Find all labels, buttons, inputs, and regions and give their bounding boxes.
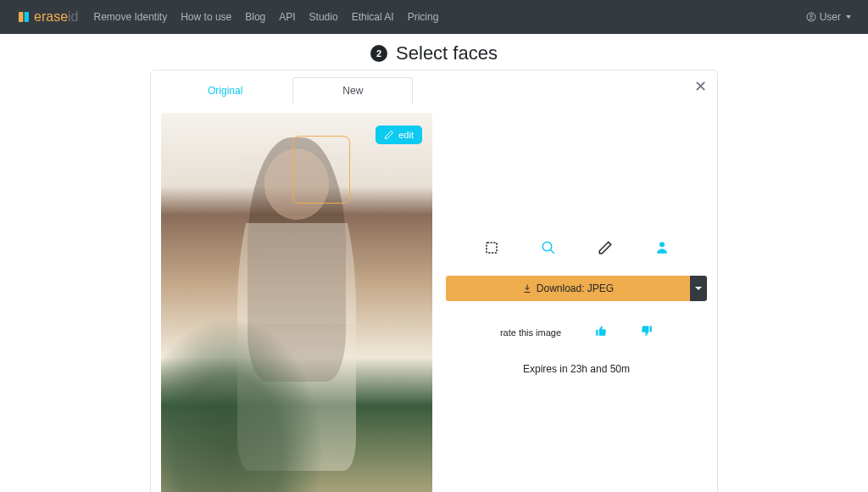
right-panel: Download: JPEG rate this image Expires i… [446,113,707,492]
svg-line-6 [550,249,554,254]
user-menu[interactable]: User [806,11,851,23]
user-label: User [820,11,841,23]
tab-original[interactable]: Original [158,77,292,104]
close-button[interactable]: ✕ [694,79,707,94]
step-circle: 2 [370,45,387,62]
svg-point-3 [810,14,812,17]
caret-down-icon [695,287,702,290]
edit-label: edit [398,130,414,140]
nav-link-how-to-use[interactable]: How to use [181,11,231,23]
person-tool-icon[interactable] [654,240,670,255]
nav-link-blog[interactable]: Blog [245,11,265,23]
face-selection-box[interactable] [292,136,350,204]
svg-rect-1 [25,12,29,22]
download-dropdown-button[interactable] [690,276,707,301]
thumbs-down-icon [641,325,653,337]
logo-icon [17,10,31,24]
nav-link-ethical-ai[interactable]: Ethical AI [352,11,394,23]
rate-row: rate this image [446,325,707,339]
logo-text-id: id [68,9,78,24]
edit-button[interactable]: edit [376,126,422,144]
download-label: Download: JPEG [537,282,614,294]
pencil-tool-icon[interactable] [598,240,613,255]
nav-links: Remove Identity How to use Blog API Stud… [93,11,805,23]
logo-text-erase: erase [34,9,68,24]
download-icon [522,283,532,294]
selection-tool-icon[interactable] [484,240,499,255]
image-preview: edit [161,113,432,492]
navbar: eraseid Remove Identity How to use Blog … [0,0,868,34]
tool-icons [446,240,707,276]
zoom-icon[interactable] [541,240,556,255]
pencil-icon [384,130,394,140]
logo[interactable]: eraseid [17,9,78,25]
thumbs-up-icon [595,325,607,337]
content: edit [151,104,717,492]
thumbs-down-button[interactable] [641,325,653,339]
svg-rect-0 [19,12,23,22]
expires-text: Expires in 23h and 50m [446,363,707,375]
page-title: 2 Select faces [0,34,868,70]
rate-label: rate this image [500,327,561,338]
nav-link-studio[interactable]: Studio [309,11,338,23]
modal: ✕ Original New edit [150,70,718,492]
thumbs-up-button[interactable] [595,325,607,339]
nav-link-pricing[interactable]: Pricing [408,11,439,23]
svg-point-5 [542,242,552,251]
svg-point-7 [659,242,665,247]
download-button[interactable]: Download: JPEG [446,276,690,301]
nav-link-api[interactable]: API [279,11,295,23]
svg-rect-4 [487,243,497,253]
nav-link-remove-identity[interactable]: Remove Identity [93,11,167,23]
tab-new[interactable]: New [292,77,413,104]
tabs: Original New [151,70,717,104]
caret-down-icon [846,15,851,19]
title-text: Select faces [396,42,498,64]
download-row: Download: JPEG [446,276,707,301]
user-icon [806,12,816,22]
image-decoration [161,316,324,492]
